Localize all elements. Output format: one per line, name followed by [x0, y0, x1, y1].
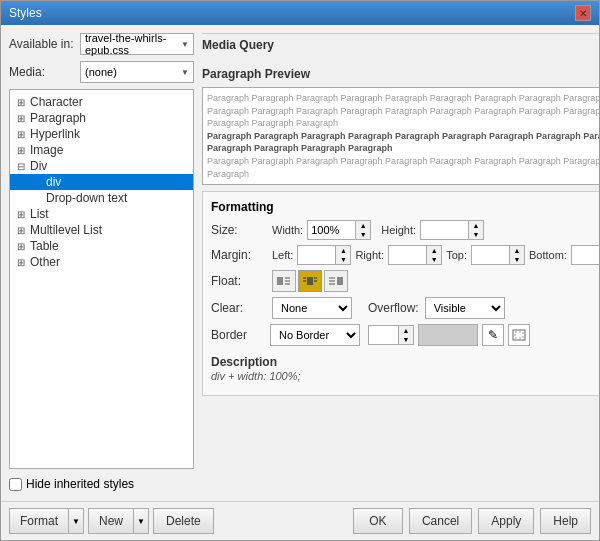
margin-left-down[interactable]: ▼ — [336, 255, 350, 264]
styles-tree: ⊞ Character ⊞ Paragraph ⊞ Hyperlink ⊞ Im… — [9, 89, 194, 469]
height-spin-up[interactable]: ▲ — [469, 221, 483, 230]
close-button[interactable]: ✕ — [575, 5, 591, 21]
margin-right-input[interactable] — [388, 245, 426, 265]
height-spin-buttons: ▲ ▼ — [468, 220, 484, 240]
margin-bottom-input[interactable] — [571, 245, 599, 265]
margin-top-input[interactable] — [471, 245, 509, 265]
overflow-dropdown[interactable]: VisibleHiddenScrollAuto — [425, 297, 505, 319]
margin-right-up[interactable]: ▲ — [427, 246, 441, 255]
overflow-label: Overflow: — [368, 301, 419, 315]
description-section: Description div + width: 100%; — [211, 351, 599, 387]
float-left-button[interactable] — [272, 270, 296, 292]
height-spin-down[interactable]: ▼ — [469, 230, 483, 239]
tree-item-multilevel-list[interactable]: ⊞ Multilevel List — [10, 222, 193, 238]
dialog-body: Available in: travel-the-whirls-epub.css… — [1, 25, 599, 501]
media-query-section: Media Query — [202, 33, 599, 61]
margin-bottom-spinner: ▲▼ — [571, 245, 599, 265]
width-input[interactable] — [307, 220, 355, 240]
width-spin-up[interactable]: ▲ — [356, 221, 370, 230]
available-in-dropdown[interactable]: travel-the-whirls-epub.css ▼ — [80, 33, 194, 55]
margin-top-spinner: ▲▼ — [471, 245, 525, 265]
margin-left-spinner: ▲▼ — [297, 245, 351, 265]
width-spin-down[interactable]: ▼ — [356, 230, 370, 239]
width-label: Width: — [272, 224, 303, 236]
expand-icon: ⊞ — [14, 97, 28, 108]
float-left-icon — [277, 275, 291, 287]
tree-item-label: List — [30, 207, 49, 221]
apply-button[interactable]: Apply — [478, 508, 534, 534]
dialog-title: Styles — [9, 6, 42, 20]
margin-label: Margin: — [211, 248, 266, 262]
float-row: Float: — [211, 270, 599, 292]
width-spinner: ▲ ▼ — [307, 220, 371, 240]
border-style-button[interactable] — [508, 324, 530, 346]
available-in-value: travel-the-whirls-epub.css — [85, 32, 181, 56]
title-bar: Styles ✕ — [1, 1, 599, 25]
svg-rect-4 — [307, 277, 313, 285]
available-in-row: Available in: travel-the-whirls-epub.css… — [9, 33, 194, 55]
margin-right-down[interactable]: ▼ — [427, 255, 441, 264]
border-width-input[interactable] — [368, 325, 398, 345]
margin-top-label: Top: — [446, 249, 467, 261]
tree-item-label: Div — [30, 159, 47, 173]
margin-top-up[interactable]: ▲ — [510, 246, 524, 255]
new-dropdown-arrow[interactable]: ▼ — [133, 508, 149, 534]
border-edit-button[interactable]: ✎ — [482, 324, 504, 346]
border-width-up[interactable]: ▲ — [399, 326, 413, 335]
new-button[interactable]: New — [88, 508, 133, 534]
margin-left-input[interactable] — [297, 245, 335, 265]
hide-inherited-label: Hide inherited styles — [26, 477, 134, 491]
format-button[interactable]: Format — [9, 508, 68, 534]
description-label: Description — [211, 355, 277, 369]
clear-dropdown[interactable]: NoneLeftRightBoth — [272, 297, 352, 319]
ok-button[interactable]: OK — [353, 508, 403, 534]
tree-item-table[interactable]: ⊞ Table — [10, 238, 193, 254]
help-button[interactable]: Help — [540, 508, 591, 534]
delete-button[interactable]: Delete — [153, 508, 214, 534]
float-right-button[interactable] — [324, 270, 348, 292]
media-dropdown[interactable]: (none) ▼ — [80, 61, 194, 83]
preview-header: Paragraph Preview < > — [202, 67, 599, 83]
chevron-down-icon: ▼ — [181, 40, 189, 49]
border-type-dropdown[interactable]: No BorderSolidDashedDotted — [270, 324, 360, 346]
chevron-down-icon: ▼ — [181, 68, 189, 77]
media-label: Media: — [9, 65, 74, 79]
margin-bottom-label: Bottom: — [529, 249, 567, 261]
tree-item-character[interactable]: ⊞ Character — [10, 94, 193, 110]
hide-inherited-checkbox[interactable] — [9, 478, 22, 491]
tree-item-paragraph[interactable]: ⊞ Paragraph — [10, 110, 193, 126]
tree-item-image[interactable]: ⊞ Image — [10, 142, 193, 158]
svg-rect-14 — [515, 332, 523, 338]
width-field: Width: ▲ ▼ — [272, 220, 371, 240]
border-row: Border No BorderSolidDashedDotted ▲▼ ✎ — [211, 324, 599, 346]
formatting-section: Formatting Size: Width: ▲ ▼ — [202, 191, 599, 396]
border-width-down[interactable]: ▼ — [399, 335, 413, 344]
float-center-button[interactable] — [298, 270, 322, 292]
preview-text-normal: Paragraph Paragraph Paragraph Paragraph … — [207, 92, 599, 130]
tree-item-dropdown-text[interactable]: Drop-down text — [10, 190, 193, 206]
margin-left-up[interactable]: ▲ — [336, 246, 350, 255]
paragraph-preview-label: Paragraph Preview — [202, 67, 310, 81]
tree-item-div[interactable]: ⊟ Div — [10, 158, 193, 174]
left-panel: Available in: travel-the-whirls-epub.css… — [9, 33, 194, 493]
size-row: Size: Width: ▲ ▼ — [211, 220, 599, 240]
expand-icon: ⊞ — [14, 257, 28, 268]
tree-item-list[interactable]: ⊞ List — [10, 206, 193, 222]
tree-item-label: Multilevel List — [30, 223, 102, 237]
tree-item-other[interactable]: ⊞ Other — [10, 254, 193, 270]
expand-icon: ⊞ — [14, 225, 28, 236]
paragraph-preview: Paragraph Paragraph Paragraph Paragraph … — [202, 87, 599, 185]
tree-item-div-child[interactable]: div — [10, 174, 193, 190]
height-input[interactable] — [420, 220, 468, 240]
expand-icon: ⊞ — [14, 145, 28, 156]
tree-item-hyperlink[interactable]: ⊞ Hyperlink — [10, 126, 193, 142]
cancel-button[interactable]: Cancel — [409, 508, 472, 534]
paragraph-preview-container: Paragraph Preview < > Paragraph Paragrap… — [202, 67, 599, 185]
tree-item-label: Image — [30, 143, 63, 157]
size-label: Size: — [211, 223, 266, 237]
expand-icon: ⊞ — [14, 129, 28, 140]
margin-top-down[interactable]: ▼ — [510, 255, 524, 264]
format-dropdown-arrow[interactable]: ▼ — [68, 508, 84, 534]
media-query-label: Media Query — [202, 38, 274, 52]
styles-dialog: Styles ✕ Available in: travel-the-whirls… — [0, 0, 600, 541]
